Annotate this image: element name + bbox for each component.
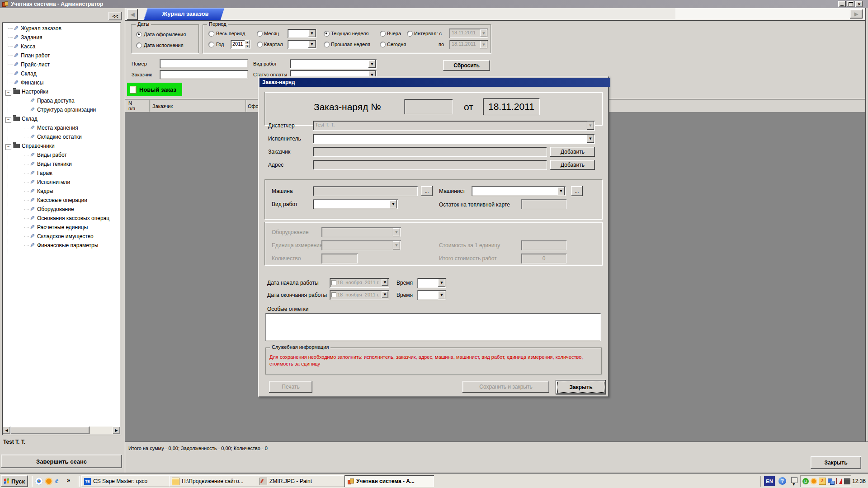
tree-folder-nastroiki[interactable]: −Настройки [2, 87, 119, 96]
radio-yesterday[interactable] [380, 31, 386, 37]
radio-interval-label[interactable]: Интервал: с [414, 31, 442, 36]
notes-textarea[interactable] [265, 313, 601, 341]
chevron-more-icon[interactable]: » [67, 477, 70, 483]
quarter-select[interactable] [288, 40, 316, 49]
radio-current-week[interactable] [324, 31, 330, 37]
nav-back-button[interactable]: ◀ [127, 9, 138, 20]
tree-item-vidy-rabot[interactable]: Виды работ [2, 150, 119, 160]
internet-explorer-icon[interactable]: e [55, 477, 62, 485]
new-order-button[interactable]: Новый заказ [127, 83, 182, 96]
scroll-left-icon[interactable]: ◀ [3, 427, 10, 434]
radio-last-week-label[interactable]: Прошлая неделя [331, 42, 370, 47]
task-button-explorer[interactable]: H:\Продвижение сайто... [169, 475, 259, 487]
help-tray-icon[interactable]: ? [778, 477, 786, 485]
customer-add-button[interactable]: Добавить [550, 147, 595, 157]
task-button-sape[interactable]: TE CS Sape Master: qsco [81, 475, 171, 487]
radio-exec-date[interactable] [136, 42, 142, 48]
column-customer[interactable]: Заказчик [152, 103, 243, 109]
orange-clock-tray-icon[interactable] [811, 478, 817, 484]
tree-item-finansovye-parametry[interactable]: Финансовые параметры [2, 241, 119, 250]
start-time-select[interactable] [417, 278, 446, 288]
interval-from-date[interactable]: 18.11.2011 [449, 28, 488, 38]
tree-item-kadry[interactable]: Кадры [2, 187, 119, 196]
tree-item-raschetnye-edinicy[interactable]: Расчетные единицы [2, 223, 119, 232]
checkbox-icon[interactable] [331, 280, 336, 285]
radio-current-week-label[interactable]: Текущая неделя [331, 31, 368, 36]
column-separator[interactable] [245, 100, 246, 112]
close-window-button[interactable]: × [855, 1, 863, 7]
tree-item-skladskie-ostatki[interactable]: Складкие остатки [2, 132, 119, 141]
sidebar-collapse-button[interactable]: << [108, 12, 122, 20]
tree-item-prava-dostupa[interactable]: Права доступа [2, 96, 119, 105]
radio-reg-date[interactable] [136, 32, 142, 38]
dialog-close-button[interactable]: Закрыть [556, 380, 606, 394]
driver-select[interactable] [472, 186, 566, 196]
radio-last-week[interactable] [324, 42, 330, 47]
driver-browse-button[interactable]: ... [571, 186, 583, 196]
radio-month[interactable] [257, 31, 263, 37]
scroll-right-icon[interactable]: ▶ [113, 427, 120, 434]
dialog-titlebar[interactable]: Заказ-наряд [259, 78, 610, 87]
task-button-accounting[interactable]: Учетная система - А... [344, 475, 434, 487]
tree-item-osnovaniya-kassovyh[interactable]: Основания кассовых операц [2, 214, 119, 223]
radio-reg-date-label[interactable]: Дата оформления [144, 32, 186, 37]
chrome-icon[interactable] [35, 478, 42, 485]
radio-quarter[interactable] [257, 42, 263, 47]
order-number-input[interactable] [404, 99, 453, 114]
filter-customer-input[interactable] [160, 70, 248, 79]
start-button[interactable]: Пуск [1, 475, 28, 487]
reset-button[interactable]: Сбросить [443, 60, 490, 71]
collapse-toggle-icon[interactable]: − [5, 90, 11, 96]
clock-app-icon[interactable] [45, 478, 52, 485]
interval-to-date[interactable]: 18.11.2011 [449, 40, 488, 49]
radio-all-period-label[interactable]: Весь период [216, 31, 245, 36]
tree-item-prais-list[interactable]: Прайс-лист [2, 60, 119, 69]
collapse-toggle-icon[interactable]: − [5, 117, 11, 123]
column-separator[interactable] [149, 100, 150, 112]
month-select[interactable] [288, 29, 316, 38]
nav-forward-button[interactable]: ▶ [850, 9, 863, 19]
tree-item-finansy[interactable]: Финансы [2, 78, 119, 87]
number-input[interactable] [160, 59, 248, 68]
tree-item-ispolniteli[interactable]: Исполнители [2, 178, 119, 187]
radio-month-label[interactable]: Месяц [264, 31, 279, 36]
end-date-picker[interactable]: 18 ноября 2011 г. ▼ [330, 290, 389, 300]
main-close-button[interactable]: Закрыть [811, 456, 861, 469]
tree-item-kassovye-operacii[interactable]: Кассовые операции [2, 196, 119, 205]
dropdown-icon[interactable]: ▼ [382, 279, 388, 286]
tree-item-zhurnal-zakazov[interactable]: Журнал заказов [2, 24, 119, 33]
tab-journal-orders-label[interactable]: Журнал заказов [151, 10, 219, 17]
scrollbar-thumb[interactable] [10, 427, 90, 434]
restore-button[interactable] [847, 1, 854, 7]
radio-all-period[interactable] [208, 31, 214, 37]
tree-item-kassa[interactable]: Касса [2, 42, 119, 51]
tree-item-plan-rabot[interactable]: План работ [2, 51, 119, 60]
work-type-select[interactable] [290, 59, 377, 69]
utorrent-tray-icon[interactable]: µ [802, 478, 809, 484]
window-switch-tray-icon[interactable]: ▼ [790, 476, 798, 486]
address-add-button[interactable]: Добавить [550, 160, 595, 170]
folder-badge-tray-icon[interactable]: 2 [819, 478, 826, 485]
tree-item-sklad[interactable]: Склад [2, 69, 119, 78]
dlg-work-type-select[interactable] [313, 199, 398, 209]
start-date-picker[interactable]: 18 ноября 2011 г. ▼ [330, 278, 389, 288]
end-session-button[interactable]: Завершить сеанс [1, 455, 122, 468]
network-tray-icon[interactable] [828, 478, 834, 484]
dropdown-icon[interactable]: ▼ [382, 291, 388, 298]
tree-item-struktura-organizacii[interactable]: Структура организации [2, 105, 119, 114]
alert-flag-tray-icon[interactable] [836, 478, 842, 484]
spinner-up-icon[interactable]: ▲ [245, 40, 250, 44]
radio-year[interactable] [208, 42, 214, 47]
tree-item-zadaniya[interactable]: Задания [2, 33, 119, 42]
machine-browse-button[interactable]: ... [421, 186, 433, 196]
radio-quarter-label[interactable]: Квартал [264, 42, 283, 47]
end-time-select[interactable] [417, 290, 446, 300]
tree-item-vidy-tehniki[interactable]: Виды техники [2, 160, 119, 169]
minimize-button[interactable] [838, 1, 846, 7]
radio-yesterday-label[interactable]: Вчера [387, 31, 401, 36]
checkbox-icon[interactable] [331, 292, 336, 297]
column-num[interactable]: N п/п [128, 100, 149, 111]
tree-item-garazh[interactable]: Гараж [2, 169, 119, 178]
task-button-paint[interactable]: ZMIR.JPG - Paint [257, 475, 346, 487]
radio-year-label[interactable]: Год [216, 42, 224, 47]
